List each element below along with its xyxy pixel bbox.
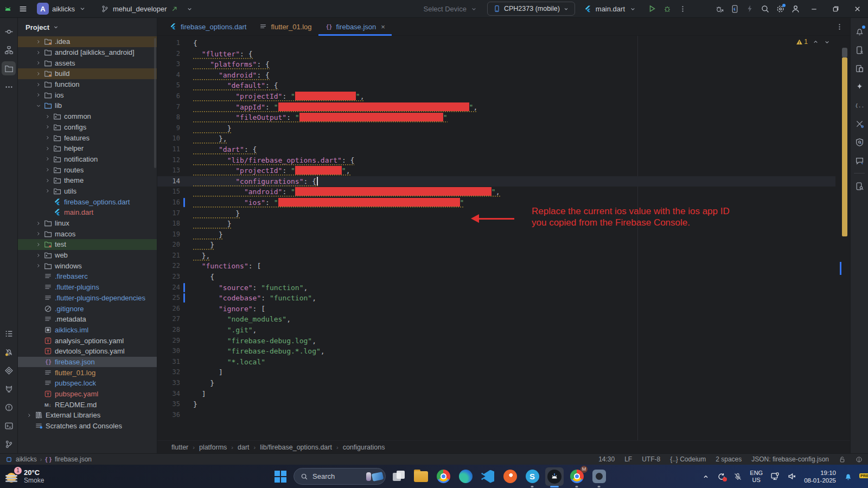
tree-chevron-icon[interactable] bbox=[43, 113, 52, 120]
tree-chevron-icon[interactable] bbox=[34, 262, 43, 269]
tray-mic-muted-icon[interactable] bbox=[733, 472, 742, 481]
tree-chevron-icon[interactable] bbox=[43, 166, 52, 173]
tree-chevron-icon[interactable] bbox=[43, 145, 52, 152]
run-config-chevron-icon[interactable] bbox=[625, 2, 640, 16]
project-name[interactable]: aiklicks bbox=[52, 5, 75, 13]
window-close-button[interactable] bbox=[846, 0, 868, 18]
taskview-icon[interactable] bbox=[390, 467, 408, 486]
tree-item-main.dart[interactable]: main.dart bbox=[18, 207, 157, 218]
notifications-bell-icon[interactable] bbox=[852, 24, 866, 38]
tree-item-readme.md[interactable]: M↓README.md bbox=[18, 399, 157, 410]
status-item[interactable]: {..} Codeium bbox=[670, 455, 706, 463]
tree-item-features[interactable]: features bbox=[18, 132, 157, 143]
debug-button[interactable] bbox=[660, 2, 675, 16]
tree-item-aiklicks.iml[interactable]: aiklicks.iml bbox=[18, 325, 157, 336]
android-studio-icon[interactable] bbox=[545, 467, 564, 486]
breadcrumb-item[interactable]: dart bbox=[238, 444, 250, 451]
tree-item-scratches-and-consoles[interactable]: Scratches and Consoles bbox=[18, 421, 157, 432]
tree-item-windows[interactable]: windows bbox=[18, 260, 157, 271]
tray-chevron-icon[interactable] bbox=[702, 473, 710, 480]
code-line-30[interactable]: 30 "firebase-debug.*.log", bbox=[157, 346, 835, 357]
code-line-2[interactable]: 2 "flutter": { bbox=[157, 49, 835, 60]
todo-icon[interactable] bbox=[2, 326, 16, 341]
tree-item-pubspec.yaml[interactable]: pubspec.yaml bbox=[18, 389, 157, 400]
code-line-21[interactable]: 21 }, bbox=[157, 251, 835, 261]
select-device-dropdown[interactable]: Select Device bbox=[423, 5, 466, 13]
branch-push-icon[interactable] bbox=[167, 2, 182, 16]
device-mirror-icon[interactable] bbox=[727, 2, 742, 16]
chrome-icon[interactable] bbox=[434, 467, 452, 486]
tree-item-utils[interactable]: utils bbox=[18, 186, 157, 197]
tree-item-.gitignore[interactable]: .gitignore bbox=[18, 303, 157, 314]
code-line-20[interactable]: 20 } bbox=[157, 240, 835, 251]
settings-gear-icon[interactable] bbox=[773, 2, 788, 16]
code-editor[interactable]: 1{2 "flutter": {3 "platforms": {4 "andro… bbox=[157, 36, 850, 440]
tree-item-android-aiklicks-android-[interactable]: android [aiklicks_android] bbox=[18, 47, 157, 58]
tree-item-theme[interactable]: theme bbox=[18, 175, 157, 186]
search-everywhere-icon[interactable] bbox=[757, 2, 773, 16]
tree-chevron-icon[interactable] bbox=[34, 81, 43, 88]
code-line-1[interactable]: 1{ bbox=[157, 38, 835, 49]
problems-icon[interactable] bbox=[2, 400, 16, 414]
tree-chevron-icon[interactable] bbox=[34, 60, 43, 66]
project-panel-header[interactable]: Project bbox=[18, 18, 157, 36]
code-line-33[interactable]: 33 } bbox=[157, 378, 835, 389]
tree-chevron-icon[interactable] bbox=[34, 102, 43, 109]
run-more-icon[interactable] bbox=[675, 2, 690, 16]
code-line-25[interactable]: 25 "codebase": "function", bbox=[157, 293, 835, 304]
tab-options-icon[interactable] bbox=[835, 18, 844, 36]
device-manager-icon[interactable] bbox=[852, 43, 866, 57]
tree-item-helper[interactable]: helper bbox=[18, 143, 157, 154]
tree-item-external-libraries[interactable]: External Libraries bbox=[18, 410, 157, 421]
editor-scrollbar-thumb[interactable] bbox=[842, 48, 847, 57]
code-line-22[interactable]: 22 "functions": [ bbox=[157, 261, 835, 272]
code-line-31[interactable]: 31 "*.local" bbox=[157, 357, 835, 368]
tree-item-build[interactable]: build bbox=[18, 68, 157, 79]
tree-chevron-icon[interactable] bbox=[43, 177, 52, 184]
breadcrumb-item[interactable]: platforms bbox=[199, 444, 227, 451]
tree-chevron-icon[interactable] bbox=[24, 412, 34, 419]
tree-item-test[interactable]: test bbox=[18, 239, 157, 250]
edge-icon[interactable] bbox=[456, 467, 475, 486]
code-line-19[interactable]: 19 } bbox=[157, 229, 835, 240]
status-item[interactable]: UTF-8 bbox=[642, 455, 660, 463]
tree-item-firebase.json[interactable]: {}firebase.json bbox=[18, 357, 157, 368]
tray-volume-muted-icon[interactable] bbox=[787, 472, 796, 481]
taskbar-search[interactable]: Search bbox=[293, 468, 386, 485]
code-line-13[interactable]: 13 "projectId": "", bbox=[157, 165, 835, 176]
flutter-inspector-icon[interactable] bbox=[2, 363, 16, 377]
start-button[interactable] bbox=[271, 467, 290, 486]
tray-notification-bell-icon[interactable] bbox=[844, 472, 853, 481]
tree-chevron-icon[interactable] bbox=[34, 70, 43, 77]
prev-issue-icon[interactable] bbox=[812, 38, 819, 46]
status-item[interactable]: 2 spaces bbox=[716, 455, 742, 463]
code-line-3[interactable]: 3 "platforms": { bbox=[157, 59, 835, 70]
status-file[interactable]: firebase.json bbox=[55, 455, 92, 463]
tray-sync-icon[interactable] bbox=[717, 472, 726, 481]
user-account-icon[interactable] bbox=[788, 2, 803, 16]
device-explorer-icon[interactable] bbox=[852, 179, 866, 193]
window-minimize-button[interactable] bbox=[803, 0, 825, 18]
tab-firebase-options.dart[interactable]: firebase_options.dart bbox=[163, 18, 253, 35]
tree-item-.idea[interactable]: .idea bbox=[18, 36, 157, 47]
copilot-cat-icon[interactable] bbox=[2, 382, 16, 396]
tree-item-devtools-options.yaml[interactable]: devtools_options.yaml bbox=[18, 346, 157, 357]
chrome-profile-icon[interactable]: M bbox=[567, 467, 586, 486]
tree-item-flutter-01.log[interactable]: flutter_01.log bbox=[18, 367, 157, 378]
code-line-27[interactable]: 27 "node_modules", bbox=[157, 314, 835, 325]
version-control-icon[interactable] bbox=[2, 437, 16, 451]
inspection-widget[interactable]: 1 bbox=[796, 38, 831, 46]
app-insights-icon[interactable] bbox=[852, 135, 866, 149]
run-button[interactable] bbox=[644, 2, 660, 16]
tree-item-macos[interactable]: macos bbox=[18, 228, 157, 239]
structure-icon[interactable] bbox=[2, 43, 16, 57]
lock-status-icon[interactable] bbox=[839, 456, 846, 463]
tab-firebase.json[interactable]: {}firebase.json× bbox=[318, 18, 392, 35]
terminal-icon[interactable] bbox=[2, 419, 16, 433]
tree-item-assets[interactable]: assets bbox=[18, 57, 157, 68]
code-line-15[interactable]: 15 "android": "", bbox=[157, 187, 835, 197]
code-line-4[interactable]: 4 "android": { bbox=[157, 70, 835, 81]
tree-chevron-icon[interactable] bbox=[34, 241, 43, 248]
build-tools-icon[interactable] bbox=[852, 117, 866, 131]
tree-chevron-icon[interactable] bbox=[34, 252, 43, 259]
